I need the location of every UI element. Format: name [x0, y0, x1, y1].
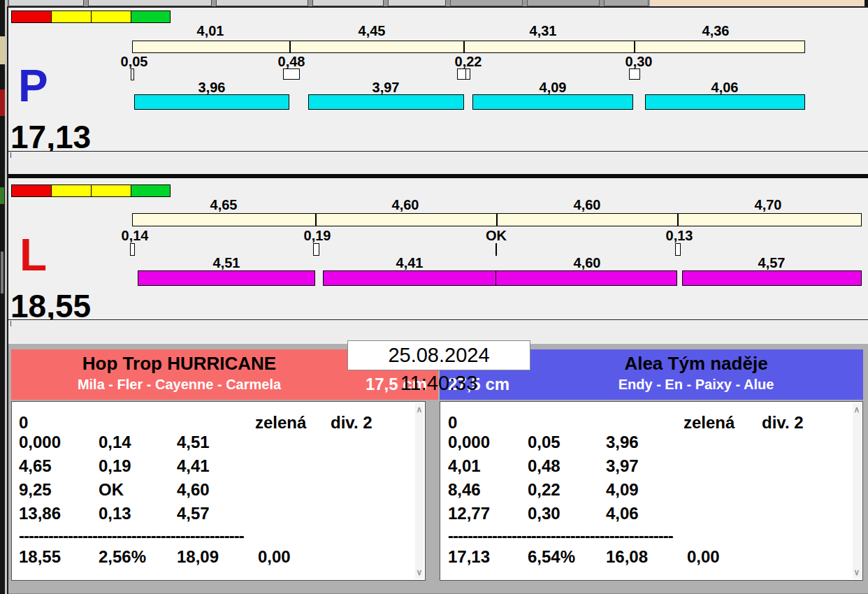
lane-p-run-label: 3,96: [198, 80, 226, 96]
marker-divider: [465, 69, 466, 79]
lane-l-total: 18,55: [10, 290, 91, 322]
result-cell: 4,09: [606, 481, 639, 498]
lane-l-split-label: 4,60: [574, 197, 601, 213]
result-cell: zelená: [255, 414, 306, 431]
lane-l-status-row: [8, 319, 868, 342]
datetime-box: 25.08.2024 11:40:33: [347, 340, 530, 370]
lane-l-crossing-marker-ok: [496, 243, 497, 256]
lane-p-total: 17,13: [10, 121, 91, 153]
result-total-cell: 0,00: [258, 549, 291, 565]
background-window-button[interactable]: [527, 0, 600, 6]
scroll-down-icon[interactable]: ∨: [853, 567, 861, 577]
lane-l-crossing-marker: [130, 243, 135, 256]
background-window-button[interactable]: [312, 0, 384, 6]
lane-p-split-label: 4,31: [530, 23, 557, 39]
lane-p-split-label: 4,01: [197, 23, 224, 39]
lane-l-run-bar: [323, 270, 496, 286]
light-red-icon: [11, 184, 52, 197]
result-total-cell: 6,54%: [528, 549, 575, 565]
left-strip-fragment-green: [0, 187, 4, 204]
light-yellow-icon: [51, 184, 92, 197]
scroll-down-icon[interactable]: ∨: [415, 567, 424, 577]
right-team-dogs: Endy - En - Paixy - Alue: [529, 377, 863, 393]
result-cell: 4,65: [19, 458, 52, 475]
result-separator: ----------------------------------------…: [19, 528, 283, 544]
light-green-icon: [131, 184, 171, 197]
light-yellow-icon: [91, 184, 131, 197]
lane-l-run-bar: [138, 270, 315, 286]
left-team-dogs: Mila - Fler - Cayenne - Carmela: [11, 377, 347, 393]
lane-p-run-bar: [645, 94, 805, 110]
lane-p-split-label: 4,45: [359, 23, 386, 39]
lane-p-run-bar: [134, 94, 289, 110]
result-separator: ----------------------------------------…: [448, 528, 712, 544]
result-cell: 0,19: [99, 458, 131, 475]
background-window-button[interactable]: [604, 0, 649, 6]
light-yellow-icon: [51, 10, 92, 23]
result-cell: 4,06: [606, 505, 639, 522]
result-cell: 0,14: [99, 434, 131, 451]
lane-l-split-bar: [132, 213, 862, 226]
scroll-up-icon[interactable]: ∧: [853, 405, 861, 414]
background-window-button[interactable]: [8, 0, 84, 6]
result-total-cell: 2,56%: [99, 549, 146, 565]
result-total-cell: 0,00: [687, 549, 720, 565]
background-window-button[interactable]: [216, 0, 308, 6]
left-team-name: Hop Trop HURRICANE: [11, 353, 347, 375]
right-panel-scrollbar[interactable]: ∧ ∨: [853, 403, 861, 579]
result-cell: 4,57: [177, 505, 210, 522]
result-cell: 8,46: [448, 481, 481, 498]
lane-p-start-lights: [11, 10, 171, 23]
split-divider: [289, 41, 291, 52]
result-cell: 0,22: [528, 481, 560, 498]
lane-l-crossing-label: 0,14: [122, 228, 149, 244]
lane-divider-bar: [8, 174, 868, 178]
results-area: Hop Trop HURRICANE Mila - Fler - Cayenne…: [8, 344, 868, 594]
split-divider: [315, 214, 317, 226]
timing-window: 4,01 4,45 4,31 4,36 0,05 0,48 0,22 0,30: [7, 6, 868, 594]
light-yellow-icon: [91, 10, 131, 23]
background-window-button[interactable]: [388, 0, 446, 6]
lane-l-split-label: 4,70: [755, 197, 782, 213]
result-cell: div. 2: [331, 414, 372, 431]
lane-l-crossing-label: OK: [486, 228, 507, 244]
lane-l-crossing-label: 0,13: [666, 228, 693, 244]
split-divider: [677, 214, 679, 226]
result-cell: zelená: [683, 414, 735, 431]
split-divider: [463, 41, 465, 52]
lane-l-split-label: 4,65: [210, 197, 238, 213]
lane-p-crossing-marker: [131, 68, 134, 80]
lane-l-run-label: 4,60: [574, 255, 601, 271]
result-cell: 0,05: [528, 434, 560, 451]
lane-p-crossing-label: 0,05: [121, 54, 148, 70]
result-total-cell: 18,55: [19, 549, 61, 565]
left-results-panel: 0 zelená div. 2 0,000 0,14 4,51 4,65 0,1…: [11, 401, 426, 581]
left-panel-scrollbar[interactable]: ∧ ∨: [415, 403, 424, 579]
result-cell: 0: [19, 414, 28, 431]
lane-p-crossing-label: 0,30: [625, 54, 653, 70]
lane-l-run-bar: [682, 270, 862, 286]
right-team-name: Alea Tým naděje: [529, 353, 863, 375]
background-window-button[interactable]: [450, 0, 523, 6]
lane-p-split-bar: [132, 41, 805, 53]
lane-p-run-label: 3,97: [372, 80, 400, 96]
result-cell: 3,97: [606, 458, 639, 475]
result-cell: 4,01: [448, 458, 481, 475]
lane-p-letter: P: [18, 64, 48, 108]
lane-l-run-bar: [496, 270, 677, 286]
status-tick: [10, 152, 11, 158]
result-cell: 4,41: [177, 458, 210, 475]
result-cell: 9,25: [19, 481, 52, 498]
lane-p-run-bar: [472, 94, 633, 110]
lane-p-crossing-marker: [457, 68, 470, 80]
result-cell: 0: [448, 414, 457, 431]
result-cell: 0,48: [528, 458, 560, 475]
lane-p-crossing-label: 0,22: [455, 54, 482, 70]
lane-l-crossing-marker: [675, 243, 681, 256]
result-cell: 0,000: [448, 434, 490, 451]
lane-p-crossing-marker: [283, 68, 300, 80]
scroll-up-icon[interactable]: ∧: [415, 405, 424, 414]
background-window-button[interactable]: [88, 0, 212, 6]
split-divider: [496, 214, 498, 226]
left-strip-fragment-gray: [1, 252, 3, 294]
